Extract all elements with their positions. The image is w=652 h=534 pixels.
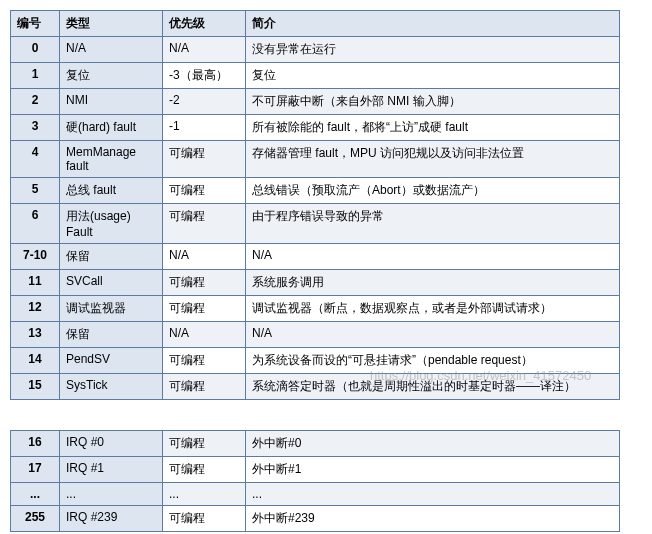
cell-type: ... xyxy=(60,483,163,506)
table-row: 17IRQ #1可编程外中断#1 xyxy=(11,457,620,483)
table-row: 14PendSV可编程为系统设备而设的“可悬挂请求”（pendable requ… xyxy=(11,348,620,374)
cell-pri: 可编程 xyxy=(163,457,246,483)
cell-pri: 可编程 xyxy=(163,431,246,457)
cell-pri: N/A xyxy=(163,37,246,63)
cell-desc: 总线错误（预取流产（Abort）或数据流产） xyxy=(246,178,620,204)
table-row: 13保留N/AN/A xyxy=(11,322,620,348)
cell-num: 15 xyxy=(11,374,60,400)
cell-pri: N/A xyxy=(163,322,246,348)
cell-desc: N/A xyxy=(246,322,620,348)
cell-type: SVCall xyxy=(60,270,163,296)
header-type: 类型 xyxy=(60,11,163,37)
cell-desc: 系统滴答定时器（也就是周期性溢出的时基定时器——译注） xyxy=(246,374,620,400)
cell-type: IRQ #1 xyxy=(60,457,163,483)
cell-pri: 可编程 xyxy=(163,506,246,532)
cell-type: IRQ #0 xyxy=(60,431,163,457)
cell-type: 硬(hard) fault xyxy=(60,115,163,141)
cell-num: 13 xyxy=(11,322,60,348)
cell-pri: 可编程 xyxy=(163,204,246,244)
cell-type: PendSV xyxy=(60,348,163,374)
table-row: 6用法(usage) Fault可编程由于程序错误导致的异常 xyxy=(11,204,620,244)
header-num: 编号 xyxy=(11,11,60,37)
cell-desc: 所有被除能的 fault，都将“上访”成硬 fault xyxy=(246,115,620,141)
table-row: 16IRQ #0可编程外中断#0 xyxy=(11,431,620,457)
cell-num: 14 xyxy=(11,348,60,374)
cell-type: 复位 xyxy=(60,63,163,89)
cell-type: 调试监视器 xyxy=(60,296,163,322)
table-row: 1复位-3（最高）复位 xyxy=(11,63,620,89)
header-desc: 简介 xyxy=(246,11,620,37)
cell-type: 保留 xyxy=(60,322,163,348)
cell-num: 17 xyxy=(11,457,60,483)
cell-desc: ... xyxy=(246,483,620,506)
header-pri: 优先级 xyxy=(163,11,246,37)
cell-desc: 为系统设备而设的“可悬挂请求”（pendable request） xyxy=(246,348,620,374)
table-row: 5总线 fault可编程总线错误（预取流产（Abort）或数据流产） xyxy=(11,178,620,204)
cell-type: MemManage fault xyxy=(60,141,163,178)
cell-num: 7-10 xyxy=(11,244,60,270)
cell-num: 1 xyxy=(11,63,60,89)
table-row: 7-10保留N/AN/A xyxy=(11,244,620,270)
cell-type: 保留 xyxy=(60,244,163,270)
cell-desc: N/A xyxy=(246,244,620,270)
table-row: 0N/AN/A没有异常在运行 xyxy=(11,37,620,63)
table-row: 11SVCall可编程系统服务调用 xyxy=(11,270,620,296)
cell-num: 11 xyxy=(11,270,60,296)
cell-type: NMI xyxy=(60,89,163,115)
cell-pri: 可编程 xyxy=(163,374,246,400)
cell-type: 用法(usage) Fault xyxy=(60,204,163,244)
table-row: 2NMI-2不可屏蔽中断（来自外部 NMI 输入脚） xyxy=(11,89,620,115)
table-1: 编号 类型 优先级 简介 0N/AN/A没有异常在运行1复位-3（最高）复位2N… xyxy=(10,10,620,400)
cell-desc: 没有异常在运行 xyxy=(246,37,620,63)
table-row: 255IRQ #239可编程外中断#239 xyxy=(11,506,620,532)
cell-num: 2 xyxy=(11,89,60,115)
table-row: 15SysTick可编程系统滴答定时器（也就是周期性溢出的时基定时器——译注） xyxy=(11,374,620,400)
cell-pri: -1 xyxy=(163,115,246,141)
cell-desc: 外中断#1 xyxy=(246,457,620,483)
cell-type: N/A xyxy=(60,37,163,63)
table-row: 3硬(hard) fault-1所有被除能的 fault，都将“上访”成硬 fa… xyxy=(11,115,620,141)
cell-pri: ... xyxy=(163,483,246,506)
table-row: 12调试监视器可编程调试监视器（断点，数据观察点，或者是外部调试请求） xyxy=(11,296,620,322)
cell-num: 255 xyxy=(11,506,60,532)
cell-type: IRQ #239 xyxy=(60,506,163,532)
cell-type: SysTick xyxy=(60,374,163,400)
cell-desc: 调试监视器（断点，数据观察点，或者是外部调试请求） xyxy=(246,296,620,322)
cell-num: 12 xyxy=(11,296,60,322)
cell-desc: 由于程序错误导致的异常 xyxy=(246,204,620,244)
cell-desc: 系统服务调用 xyxy=(246,270,620,296)
cell-pri: 可编程 xyxy=(163,178,246,204)
cell-num: 16 xyxy=(11,431,60,457)
cell-pri: 可编程 xyxy=(163,348,246,374)
cell-pri: N/A xyxy=(163,244,246,270)
cell-desc: 复位 xyxy=(246,63,620,89)
cell-desc: 外中断#0 xyxy=(246,431,620,457)
cell-num: 5 xyxy=(11,178,60,204)
cell-num: 6 xyxy=(11,204,60,244)
cell-num: 0 xyxy=(11,37,60,63)
table-row: ............ xyxy=(11,483,620,506)
exception-table-1: 存放msp指针 编号 类型 优先级 简介 0N/AN/A没有异常在运行1复位-3… xyxy=(10,10,642,400)
table-2: 16IRQ #0可编程外中断#017IRQ #1可编程外中断#1........… xyxy=(10,430,620,532)
table-row: 4MemManage fault可编程存储器管理 fault，MPU 访问犯规以… xyxy=(11,141,620,178)
cell-desc: 存储器管理 fault，MPU 访问犯规以及访问非法位置 xyxy=(246,141,620,178)
cell-pri: 可编程 xyxy=(163,296,246,322)
cell-num: ... xyxy=(11,483,60,506)
cell-pri: 可编程 xyxy=(163,270,246,296)
cell-num: 3 xyxy=(11,115,60,141)
cell-desc: 外中断#239 xyxy=(246,506,620,532)
cell-desc: 不可屏蔽中断（来自外部 NMI 输入脚） xyxy=(246,89,620,115)
cell-type: 总线 fault xyxy=(60,178,163,204)
cell-pri: -2 xyxy=(163,89,246,115)
cell-num: 4 xyxy=(11,141,60,178)
cell-pri: 可编程 xyxy=(163,141,246,178)
exception-table-2: 16IRQ #0可编程外中断#017IRQ #1可编程外中断#1........… xyxy=(10,430,642,532)
cell-pri: -3（最高） xyxy=(163,63,246,89)
